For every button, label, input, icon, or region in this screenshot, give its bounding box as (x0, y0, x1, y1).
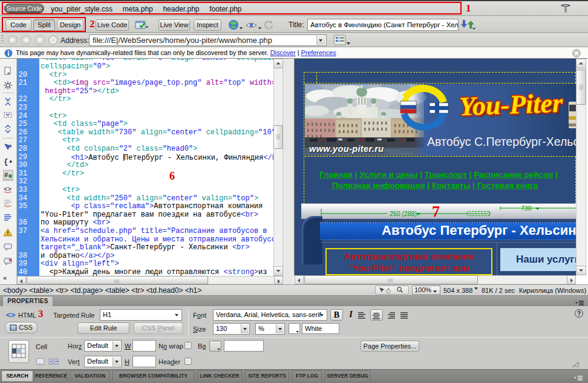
svg-text:#: # (4, 171, 8, 178)
svg-text:{•}: {•} (4, 157, 13, 166)
svg-text:730: 730 (521, 205, 532, 212)
svg-text:250 (288): 250 (288) (390, 210, 417, 217)
